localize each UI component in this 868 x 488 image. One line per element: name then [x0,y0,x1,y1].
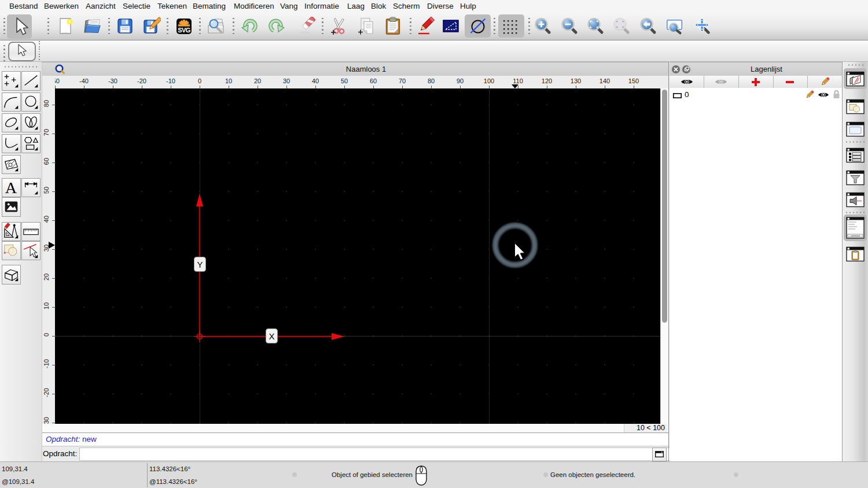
svg-text:SVG: SVG [178,27,190,34]
svg-text:command: command [851,235,859,237]
svg-text:X: X [269,331,274,341]
svg-text:A: A [5,179,17,197]
svg-text:Y: Y [197,260,203,269]
